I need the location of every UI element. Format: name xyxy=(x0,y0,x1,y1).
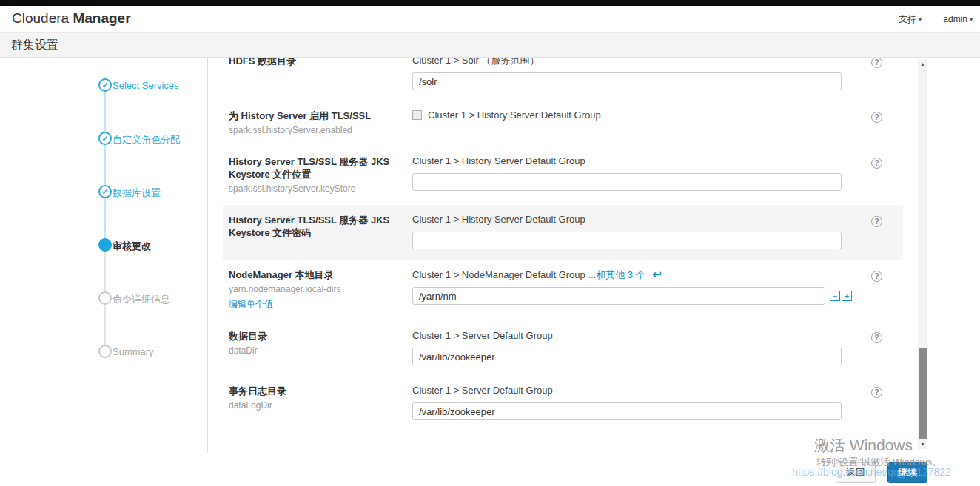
step-check-icon: ✓ xyxy=(98,132,112,145)
config-row-nodemanager-local-dirs: NodeManager 本地目录 yarn.nodemanager.local-… xyxy=(223,260,903,321)
wizard-step-summary[interactable]: Summary xyxy=(74,325,207,378)
config-scope: Cluster 1 > Server Default Group xyxy=(412,330,859,342)
zookeeper-datalogdir-input[interactable] xyxy=(412,402,842,420)
chevron-down-icon: ▾ xyxy=(970,16,973,23)
solr-data-dir-input[interactable] xyxy=(412,72,842,90)
config-row-tls-enable: 为 History Server 启用 TLS/SSL spark.ssl.hi… xyxy=(223,101,903,146)
cloudera-manager-logo[interactable]: Cloudera Manager xyxy=(12,10,131,27)
config-row-datadir: 数据目录 dataDir Cluster 1 > Server Default … xyxy=(223,321,903,376)
zookeeper-datadir-input[interactable] xyxy=(412,348,842,365)
wizard-footer: 返回 继续 xyxy=(0,453,980,486)
config-scope: Cluster 1 > NodeManager Default Group xyxy=(412,269,585,280)
step-current-dot-icon xyxy=(98,238,112,252)
step-check-icon: ✓ xyxy=(98,185,112,198)
config-label: 事务日志目录 xyxy=(229,385,402,397)
help-icon[interactable]: ? xyxy=(871,216,882,227)
config-scope: Cluster 1 > History Server Default Group xyxy=(412,214,859,226)
config-property-name: dataLogDir xyxy=(229,400,402,411)
config-label: History Server TLS/SSL 服务器 JKS Keystore … xyxy=(229,155,402,180)
scrollbar-thumb[interactable] xyxy=(919,348,927,440)
step-todo-circle-icon xyxy=(98,291,112,305)
cloudera-manager-window: Cloudera Manager 支持▾ admin▾ 群集设置 ✓ Selec… xyxy=(0,0,980,486)
scrollbar[interactable]: ▲ ▼ xyxy=(918,59,927,449)
wizard-step-select-services[interactable]: ✓ Select Services xyxy=(74,58,207,112)
wizard-step-command-details[interactable]: 命令详细信息 xyxy=(74,271,207,325)
keystore-password-input[interactable] xyxy=(412,232,842,249)
config-label: HDFS 数据目录 xyxy=(229,58,402,67)
help-icon[interactable]: ? xyxy=(871,112,882,123)
config-row-hdfs-data-dir: HDFS 数据目录 Cluster 1 > Solr （服务范围） ? xyxy=(223,58,903,101)
config-form: HDFS 数据目录 Cluster 1 > Solr （服务范围） ? 为 Hi… xyxy=(208,58,918,453)
step-todo-circle-icon xyxy=(98,345,112,358)
config-row-datalogdir: 事务日志目录 dataLogDir Cluster 1 > Server Def… xyxy=(223,376,903,431)
wizard-step-database-setup[interactable]: ✓ 数据库设置 xyxy=(74,165,207,218)
config-scope: Cluster 1 > Server Default Group xyxy=(412,385,859,396)
back-button[interactable]: 返回 xyxy=(836,462,876,483)
config-scope: Cluster 1 > History Server Default Group xyxy=(412,155,859,167)
edit-individual-values-link[interactable]: 编辑单个值 xyxy=(229,298,273,311)
scroll-up-arrow-icon[interactable]: ▲ xyxy=(918,59,927,69)
step-check-icon: ✓ xyxy=(98,78,112,92)
config-label: NodeManager 本地目录 xyxy=(229,269,402,281)
chevron-down-icon: ▾ xyxy=(919,16,922,23)
config-row-keystore-location: History Server TLS/SSL 服务器 JKS Keystore … xyxy=(223,146,903,205)
add-value-icon[interactable]: + xyxy=(842,291,852,301)
help-icon[interactable]: ? xyxy=(871,58,882,68)
and-others-link[interactable]: ...和其他 3 个 xyxy=(588,269,645,280)
support-menu[interactable]: 支持▾ xyxy=(899,13,922,26)
config-label: 为 History Server 启用 TLS/SSL xyxy=(229,109,402,122)
scroll-down-arrow-icon[interactable]: ▼ xyxy=(918,439,927,449)
config-scope: Cluster 1 > History Server Default Group xyxy=(428,109,601,121)
app-header: Cloudera Manager 支持▾ admin▾ xyxy=(0,6,980,33)
page-title-bar: 群集设置 xyxy=(0,33,980,58)
nodemanager-local-dirs-input[interactable] xyxy=(412,287,825,305)
config-property-name: spark.ssl.historyServer.keyStore xyxy=(229,183,402,195)
wizard-step-role-assignments[interactable]: ✓ 自定义角色分配 xyxy=(74,112,207,165)
page-title: 群集设置 xyxy=(11,38,58,53)
config-property-name: spark.ssl.historyServer.enabled xyxy=(229,125,402,136)
wizard-step-review-changes[interactable]: 审核更改 xyxy=(74,218,207,271)
help-icon[interactable]: ? xyxy=(871,332,882,343)
config-row-keystore-password: History Server TLS/SSL 服务器 JKS Keystore … xyxy=(223,205,903,260)
config-property-name: dataDir xyxy=(229,345,402,357)
config-property-name: yarn.nodemanager.local-dirs xyxy=(229,284,402,295)
undo-icon[interactable]: ↩ xyxy=(652,268,662,280)
help-icon[interactable]: ? xyxy=(871,271,882,282)
remove-value-icon[interactable]: − xyxy=(830,291,840,301)
help-icon[interactable]: ? xyxy=(871,158,882,169)
config-scope: Cluster 1 > Solr （服务范围） xyxy=(412,58,859,67)
top-black-strip xyxy=(0,0,980,6)
wizard-steps: ✓ Select Services ✓ 自定义角色分配 ✓ 数据库设置 审核更改… xyxy=(74,58,207,453)
help-icon[interactable]: ? xyxy=(871,387,882,398)
config-label: 数据目录 xyxy=(229,330,402,342)
wizard-sidebar: ✓ Select Services ✓ 自定义角色分配 ✓ 数据库设置 审核更改… xyxy=(74,58,208,453)
keystore-path-input[interactable] xyxy=(412,173,842,191)
tls-enable-checkbox[interactable] xyxy=(412,110,422,120)
admin-menu[interactable]: admin▾ xyxy=(943,14,973,24)
config-label: History Server TLS/SSL 服务器 JKS Keystore … xyxy=(229,214,402,239)
continue-button[interactable]: 继续 xyxy=(887,462,927,483)
header-menus: 支持▾ admin▾ xyxy=(879,13,973,26)
